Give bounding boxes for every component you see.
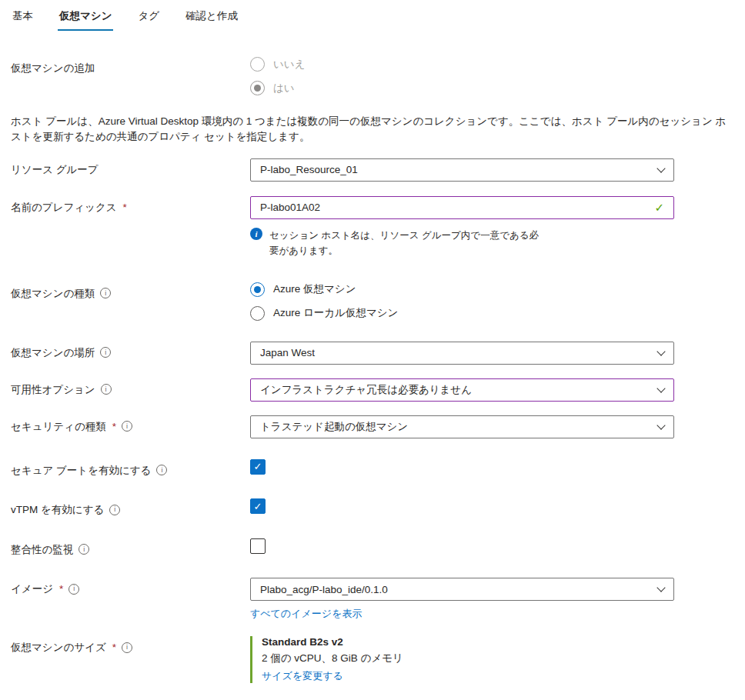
radio-label: はい [273, 82, 295, 95]
integrity-monitoring-label: 整合性の監視 i [11, 538, 250, 557]
resource-group-value: P-labo_Resource_01 [260, 164, 358, 175]
info-tooltip-icon[interactable]: i [79, 544, 89, 555]
availability-dropdown[interactable]: インフラストラクチャ冗長は必要ありません [250, 378, 674, 402]
vm-size-description: 2 個の vCPU、8 GiB のメモリ [262, 652, 674, 665]
vm-location-dropdown[interactable]: Japan West [250, 342, 674, 365]
availability-label-text: 可用性オプション [11, 383, 95, 397]
info-text: セッション ホスト名は、リソース グループ内で一意である必要があります。 [269, 228, 543, 258]
radio-icon[interactable] [250, 57, 265, 72]
vm-type-radio-group: Azure 仮想マシン Azure ローカル仮想マシン [250, 282, 674, 321]
required-asterisk: * [112, 641, 116, 655]
name-prefix-input[interactable]: P-labo01A02 ✓ [250, 196, 674, 219]
add-vm-option-yes[interactable]: はい [250, 81, 674, 95]
name-prefix-label: 名前のプレフィックス * [11, 196, 250, 215]
change-size-link[interactable]: サイズを変更する [262, 669, 343, 683]
vtpm-label-text: vTPM を有効にする [11, 503, 104, 517]
tab-tags[interactable]: タグ [136, 8, 161, 31]
chevron-down-icon [656, 347, 665, 355]
valid-check-icon: ✓ [654, 202, 664, 213]
chevron-down-icon [656, 164, 665, 172]
radio-icon[interactable] [250, 306, 265, 321]
vm-size-row: 仮想マシンのサイズ * i Standard B2s v2 2 個の vCPU、… [11, 636, 734, 683]
vm-type-label-text: 仮想マシンの種類 [11, 287, 95, 301]
required-asterisk: * [59, 582, 63, 596]
resource-group-label: リソース グループ [11, 158, 250, 177]
info-tooltip-icon[interactable]: i [68, 584, 79, 595]
secure-boot-label-text: セキュア ブートを有効にする [11, 464, 151, 478]
integrity-monitoring-row: 整合性の監視 i [11, 538, 734, 557]
image-label-text: イメージ [11, 582, 53, 596]
radio-label: Azure ローカル仮想マシン [273, 306, 398, 320]
host-pool-description: ホスト プールは、Azure Virtual Desktop 環境内の 1 つま… [11, 114, 734, 145]
required-asterisk: * [112, 420, 116, 434]
radio-label: いいえ [273, 58, 305, 72]
info-icon: i [250, 228, 262, 240]
secure-boot-label: セキュア ブートを有効にする i [11, 459, 250, 478]
add-vm-radio-group: いいえ はい [250, 57, 674, 95]
image-dropdown[interactable]: Plabo_acg/P-labo_ide/0.1.0 [250, 578, 674, 601]
radio-label: Azure 仮想マシン [273, 282, 356, 296]
image-label: イメージ * i [11, 578, 250, 596]
availability-row: 可用性オプション i インフラストラクチャ冗長は必要ありません [11, 378, 734, 402]
vm-size-label: 仮想マシンのサイズ * i [11, 636, 250, 655]
info-tooltip-icon[interactable]: i [101, 384, 112, 395]
security-type-row: セキュリティの種類 * i トラステッド起動の仮想マシン [11, 415, 734, 438]
info-tooltip-icon[interactable]: i [122, 421, 132, 432]
info-tooltip-icon[interactable]: i [122, 642, 132, 653]
vm-type-option-azure[interactable]: Azure 仮想マシン [250, 282, 674, 297]
secure-boot-row: セキュア ブートを有効にする i ✓ [11, 459, 734, 478]
name-prefix-row: 名前のプレフィックス * P-labo01A02 ✓ i セッション ホスト名は… [11, 196, 734, 258]
name-prefix-info: i セッション ホスト名は、リソース グループ内で一意である必要があります。 [250, 228, 674, 258]
vm-location-row: 仮想マシンの場所 i Japan West [11, 342, 734, 365]
add-vm-label-text: 仮想マシンの追加 [11, 62, 95, 75]
see-all-images-link[interactable]: すべてのイメージを表示 [250, 607, 362, 621]
tab-basics[interactable]: 基本 [11, 8, 35, 31]
availability-label: 可用性オプション i [11, 378, 250, 397]
add-vm-option-no[interactable]: いいえ [250, 57, 674, 72]
name-prefix-label-text: 名前のプレフィックス [11, 201, 117, 215]
security-type-dropdown[interactable]: トラステッド起動の仮想マシン [250, 415, 674, 438]
integrity-monitoring-label-text: 整合性の監視 [11, 543, 73, 557]
image-value: Plabo_acg/P-labo_ide/0.1.0 [260, 584, 388, 595]
vtpm-checkbox[interactable]: ✓ [250, 498, 266, 514]
info-tooltip-icon[interactable]: i [100, 288, 111, 298]
add-vm-row: 仮想マシンの追加 いいえ はい [11, 57, 734, 95]
info-tooltip-icon[interactable]: i [109, 505, 120, 515]
tab-virtual-machines[interactable]: 仮想マシン [58, 8, 113, 31]
wizard-tabs: 基本 仮想マシン タグ 確認と作成 [11, 8, 734, 31]
vm-size-name: Standard B2s v2 [262, 636, 674, 648]
resource-group-row: リソース グループ P-labo_Resource_01 [11, 158, 734, 182]
check-icon: ✓ [254, 501, 262, 512]
security-type-value: トラステッド起動の仮想マシン [260, 420, 408, 434]
vtpm-label: vTPM を有効にする i [11, 498, 250, 517]
vm-size-label-text: 仮想マシンのサイズ [11, 641, 106, 655]
vm-size-summary: Standard B2s v2 2 個の vCPU、8 GiB のメモリ サイズ… [250, 636, 674, 683]
tab-review-create[interactable]: 確認と作成 [184, 8, 239, 31]
chevron-down-icon [656, 583, 665, 592]
vm-location-label: 仮想マシンの場所 i [11, 342, 250, 360]
vm-location-value: Japan West [260, 347, 315, 358]
security-type-label-text: セキュリティの種類 [11, 420, 106, 434]
chevron-down-icon [656, 384, 665, 392]
integrity-monitoring-checkbox[interactable] [250, 538, 266, 554]
vm-type-label: 仮想マシンの種類 i [11, 282, 250, 301]
check-icon: ✓ [254, 461, 262, 472]
info-tooltip-icon[interactable]: i [100, 347, 111, 358]
availability-value: インフラストラクチャ冗長は必要ありません [260, 383, 472, 397]
vm-location-label-text: 仮想マシンの場所 [11, 346, 95, 360]
vm-type-option-azure-local[interactable]: Azure ローカル仮想マシン [250, 306, 674, 321]
required-asterisk: * [123, 201, 127, 215]
image-row: イメージ * i Plabo_acg/P-labo_ide/0.1.0 すべての… [11, 578, 734, 621]
add-vm-label: 仮想マシンの追加 [11, 57, 250, 75]
info-tooltip-icon[interactable]: i [156, 465, 167, 475]
vm-type-row: 仮想マシンの種類 i Azure 仮想マシン Azure ローカル仮想マシン [11, 282, 734, 321]
chevron-down-icon [656, 421, 665, 429]
name-prefix-value: P-labo01A02 [260, 202, 320, 213]
security-type-label: セキュリティの種類 * i [11, 415, 250, 434]
secure-boot-checkbox[interactable]: ✓ [250, 459, 266, 475]
resource-group-label-text: リソース グループ [11, 163, 99, 177]
radio-selected-icon[interactable] [250, 282, 265, 297]
vtpm-row: vTPM を有効にする i ✓ [11, 498, 734, 517]
radio-selected-icon[interactable] [250, 81, 265, 95]
resource-group-dropdown[interactable]: P-labo_Resource_01 [250, 158, 674, 182]
